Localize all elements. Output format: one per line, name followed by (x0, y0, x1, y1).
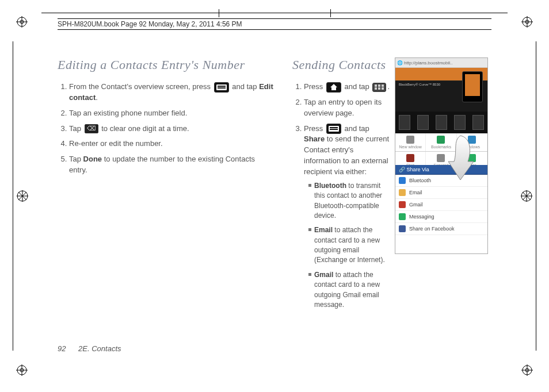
sub-email: Email to attach the contact card to a ne… (308, 225, 390, 266)
crop-rule-top (41, 13, 508, 13)
crop-side-icon (520, 190, 533, 202)
share-messaging[interactable]: Messaging (395, 211, 487, 223)
crop-side-icon (16, 190, 29, 202)
crop-rule-left (13, 41, 13, 351)
menu-icon (326, 124, 341, 134)
share-header: 🔗 Share Via (395, 165, 487, 175)
crop-mark-icon (521, 364, 533, 376)
bookmarks-button[interactable]: Bookmarks (426, 133, 456, 151)
hero-title: BlackBerry® Curve™ 8530 (399, 83, 460, 87)
apps-grid-icon (372, 83, 386, 92)
left-column: Editing a Contacts Entry's Number From t… (58, 57, 274, 358)
bluetooth-icon (399, 177, 406, 184)
facebook-icon (399, 225, 406, 232)
page-number: 92 (58, 344, 66, 353)
step-3: Press and tap Share to send the current … (304, 124, 390, 310)
toolbar-row-1: New window Bookmarks Windows (395, 133, 487, 152)
step-1: Press and tap . (304, 82, 390, 93)
steps-list: From the Contact's overview screen, pres… (58, 82, 274, 176)
crop-mark-icon (16, 364, 28, 376)
step-2: Tap an entry to open its overview page. (304, 97, 390, 119)
menu-icon (214, 82, 229, 93)
thumb-row (395, 112, 487, 133)
heading-sending-contacts: Sending Contacts (292, 57, 390, 72)
page-footer: 92 2E. Contacts (58, 344, 121, 353)
crop-mark-icon (16, 16, 28, 28)
step-4: Re-enter or edit the number. (69, 139, 274, 149)
share-email[interactable]: Email (395, 187, 487, 199)
sub-list: Bluetooth to transmit this contact to an… (304, 181, 390, 310)
messaging-icon (399, 213, 406, 220)
email-icon (399, 189, 406, 196)
steps-list: Press and tap . Tap an entry to open its… (292, 82, 390, 310)
share-bluetooth[interactable]: Bluetooth (395, 175, 487, 187)
right-text: Sending Contacts Press and tap . Tap an … (292, 57, 390, 358)
hero-banner: BlackBerry® Curve™ 8530 (395, 68, 487, 112)
sub-bluetooth: Bluetooth to transmit this contact to an… (308, 181, 390, 221)
share-overlay: 🔗 Share Via Bluetooth Email Gmail Messag… (395, 165, 487, 253)
address-bar: 🌐http://plans.boostmobil.. (395, 58, 487, 68)
heading-edit-number: Editing a Contacts Entry's Number (58, 57, 274, 72)
share-gmail[interactable]: Gmail (395, 199, 487, 211)
section-label: 2E. Contacts (78, 344, 121, 353)
windows-button[interactable]: Windows (457, 133, 487, 151)
sub-gmail: Gmail to attach the contact card to a ne… (308, 270, 390, 310)
step-3: Tap to clear one digit at a time. (69, 124, 274, 134)
globe-icon: 🌐 (397, 60, 403, 66)
right-column: Sending Contacts Press and tap . Tap an … (292, 57, 509, 358)
share-icon: 🔗 (399, 167, 405, 172)
phone-screenshot: 🌐http://plans.boostmobil.. BlackBerry® C… (395, 57, 488, 254)
crop-rule-right (536, 41, 536, 351)
page-body: Editing a Contacts Entry's Number From t… (58, 57, 509, 358)
gmail-icon (399, 201, 406, 208)
backspace-icon (85, 124, 98, 133)
home-icon (326, 82, 341, 93)
new-window-button[interactable]: New window (395, 133, 426, 151)
crop-mark-icon (521, 16, 533, 28)
step-1: From the Contact's overview screen, pres… (69, 82, 274, 103)
phone-image-icon (462, 71, 483, 102)
step-2: Tap an existing phone number field. (69, 108, 274, 119)
page-header: SPH-M820UM.book Page 92 Monday, May 2, 2… (58, 18, 491, 30)
share-facebook[interactable]: Share on Facebook (395, 223, 487, 235)
step-5: Tap Done to update the number to the exi… (69, 154, 274, 176)
